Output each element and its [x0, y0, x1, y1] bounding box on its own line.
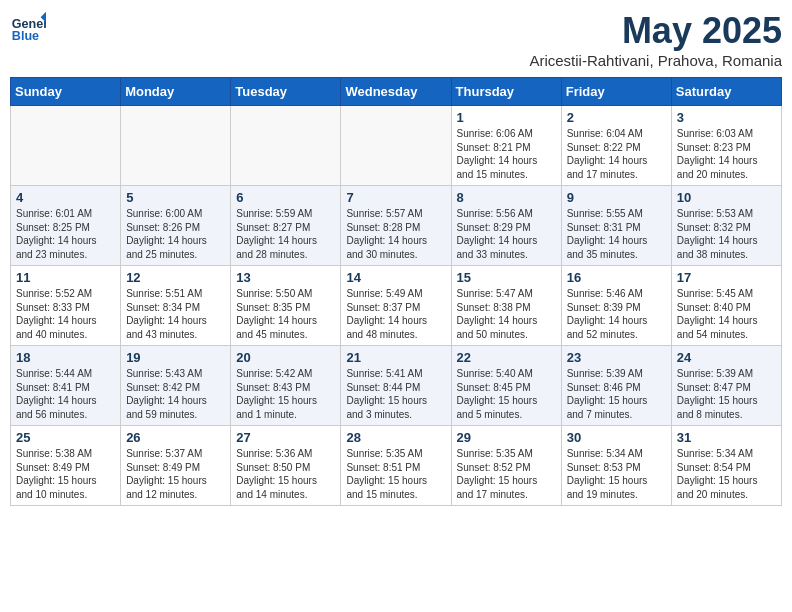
calendar-day-cell: 17Sunrise: 5:45 AMSunset: 8:40 PMDayligh…: [671, 266, 781, 346]
weekday-header: Wednesday: [341, 78, 451, 106]
calendar-day-cell: 3Sunrise: 6:03 AMSunset: 8:23 PMDaylight…: [671, 106, 781, 186]
calendar-day-cell: 23Sunrise: 5:39 AMSunset: 8:46 PMDayligh…: [561, 346, 671, 426]
day-number: 22: [457, 350, 556, 365]
day-info: Sunrise: 5:43 AMSunset: 8:42 PMDaylight:…: [126, 367, 225, 421]
calendar-week-row: 11Sunrise: 5:52 AMSunset: 8:33 PMDayligh…: [11, 266, 782, 346]
day-number: 10: [677, 190, 776, 205]
weekday-header: Saturday: [671, 78, 781, 106]
day-info: Sunrise: 6:06 AMSunset: 8:21 PMDaylight:…: [457, 127, 556, 181]
calendar-day-cell: 9Sunrise: 5:55 AMSunset: 8:31 PMDaylight…: [561, 186, 671, 266]
day-info: Sunrise: 5:52 AMSunset: 8:33 PMDaylight:…: [16, 287, 115, 341]
weekday-header-row: SundayMondayTuesdayWednesdayThursdayFrid…: [11, 78, 782, 106]
day-number: 16: [567, 270, 666, 285]
logo: General Blue: [10, 10, 46, 46]
day-info: Sunrise: 5:35 AMSunset: 8:51 PMDaylight:…: [346, 447, 445, 501]
weekday-header: Thursday: [451, 78, 561, 106]
day-number: 13: [236, 270, 335, 285]
weekday-header: Monday: [121, 78, 231, 106]
calendar-day-cell: 6Sunrise: 5:59 AMSunset: 8:27 PMDaylight…: [231, 186, 341, 266]
calendar-day-cell: 11Sunrise: 5:52 AMSunset: 8:33 PMDayligh…: [11, 266, 121, 346]
day-number: 28: [346, 430, 445, 445]
calendar-day-cell: 20Sunrise: 5:42 AMSunset: 8:43 PMDayligh…: [231, 346, 341, 426]
calendar-day-cell: [121, 106, 231, 186]
day-info: Sunrise: 5:57 AMSunset: 8:28 PMDaylight:…: [346, 207, 445, 261]
day-number: 12: [126, 270, 225, 285]
calendar-day-cell: 30Sunrise: 5:34 AMSunset: 8:53 PMDayligh…: [561, 426, 671, 506]
day-number: 31: [677, 430, 776, 445]
page-title: May 2025: [529, 10, 782, 52]
day-info: Sunrise: 5:59 AMSunset: 8:27 PMDaylight:…: [236, 207, 335, 261]
day-info: Sunrise: 5:56 AMSunset: 8:29 PMDaylight:…: [457, 207, 556, 261]
day-info: Sunrise: 5:45 AMSunset: 8:40 PMDaylight:…: [677, 287, 776, 341]
svg-text:Blue: Blue: [12, 29, 39, 43]
logo-icon: General Blue: [10, 10, 46, 46]
day-number: 17: [677, 270, 776, 285]
calendar-day-cell: 8Sunrise: 5:56 AMSunset: 8:29 PMDaylight…: [451, 186, 561, 266]
calendar-day-cell: 14Sunrise: 5:49 AMSunset: 8:37 PMDayligh…: [341, 266, 451, 346]
calendar-day-cell: 31Sunrise: 5:34 AMSunset: 8:54 PMDayligh…: [671, 426, 781, 506]
day-number: 25: [16, 430, 115, 445]
calendar-day-cell: [231, 106, 341, 186]
day-number: 27: [236, 430, 335, 445]
day-info: Sunrise: 5:37 AMSunset: 8:49 PMDaylight:…: [126, 447, 225, 501]
calendar-day-cell: 26Sunrise: 5:37 AMSunset: 8:49 PMDayligh…: [121, 426, 231, 506]
weekday-header: Friday: [561, 78, 671, 106]
day-number: 3: [677, 110, 776, 125]
day-info: Sunrise: 5:47 AMSunset: 8:38 PMDaylight:…: [457, 287, 556, 341]
weekday-header: Sunday: [11, 78, 121, 106]
day-info: Sunrise: 5:39 AMSunset: 8:46 PMDaylight:…: [567, 367, 666, 421]
day-info: Sunrise: 6:03 AMSunset: 8:23 PMDaylight:…: [677, 127, 776, 181]
day-number: 4: [16, 190, 115, 205]
day-number: 14: [346, 270, 445, 285]
calendar-day-cell: 24Sunrise: 5:39 AMSunset: 8:47 PMDayligh…: [671, 346, 781, 426]
day-info: Sunrise: 5:50 AMSunset: 8:35 PMDaylight:…: [236, 287, 335, 341]
day-number: 8: [457, 190, 556, 205]
page-subtitle: Aricestii-Rahtivani, Prahova, Romania: [529, 52, 782, 69]
calendar-day-cell: 4Sunrise: 6:01 AMSunset: 8:25 PMDaylight…: [11, 186, 121, 266]
day-number: 30: [567, 430, 666, 445]
calendar-day-cell: 12Sunrise: 5:51 AMSunset: 8:34 PMDayligh…: [121, 266, 231, 346]
day-number: 15: [457, 270, 556, 285]
day-info: Sunrise: 5:46 AMSunset: 8:39 PMDaylight:…: [567, 287, 666, 341]
day-number: 26: [126, 430, 225, 445]
day-number: 1: [457, 110, 556, 125]
day-info: Sunrise: 5:41 AMSunset: 8:44 PMDaylight:…: [346, 367, 445, 421]
calendar-day-cell: 1Sunrise: 6:06 AMSunset: 8:21 PMDaylight…: [451, 106, 561, 186]
day-number: 7: [346, 190, 445, 205]
day-info: Sunrise: 5:34 AMSunset: 8:54 PMDaylight:…: [677, 447, 776, 501]
calendar-day-cell: 21Sunrise: 5:41 AMSunset: 8:44 PMDayligh…: [341, 346, 451, 426]
calendar-week-row: 25Sunrise: 5:38 AMSunset: 8:49 PMDayligh…: [11, 426, 782, 506]
calendar-week-row: 18Sunrise: 5:44 AMSunset: 8:41 PMDayligh…: [11, 346, 782, 426]
day-number: 23: [567, 350, 666, 365]
day-number: 24: [677, 350, 776, 365]
calendar-day-cell: 18Sunrise: 5:44 AMSunset: 8:41 PMDayligh…: [11, 346, 121, 426]
day-number: 18: [16, 350, 115, 365]
calendar-day-cell: [341, 106, 451, 186]
day-number: 2: [567, 110, 666, 125]
calendar-day-cell: 13Sunrise: 5:50 AMSunset: 8:35 PMDayligh…: [231, 266, 341, 346]
calendar-day-cell: 7Sunrise: 5:57 AMSunset: 8:28 PMDaylight…: [341, 186, 451, 266]
day-info: Sunrise: 5:40 AMSunset: 8:45 PMDaylight:…: [457, 367, 556, 421]
day-info: Sunrise: 6:00 AMSunset: 8:26 PMDaylight:…: [126, 207, 225, 261]
weekday-header: Tuesday: [231, 78, 341, 106]
calendar-day-cell: 10Sunrise: 5:53 AMSunset: 8:32 PMDayligh…: [671, 186, 781, 266]
calendar-day-cell: [11, 106, 121, 186]
day-info: Sunrise: 5:34 AMSunset: 8:53 PMDaylight:…: [567, 447, 666, 501]
day-number: 11: [16, 270, 115, 285]
day-info: Sunrise: 5:49 AMSunset: 8:37 PMDaylight:…: [346, 287, 445, 341]
calendar-week-row: 1Sunrise: 6:06 AMSunset: 8:21 PMDaylight…: [11, 106, 782, 186]
calendar-day-cell: 2Sunrise: 6:04 AMSunset: 8:22 PMDaylight…: [561, 106, 671, 186]
calendar-table: SundayMondayTuesdayWednesdayThursdayFrid…: [10, 77, 782, 506]
calendar-day-cell: 5Sunrise: 6:00 AMSunset: 8:26 PMDaylight…: [121, 186, 231, 266]
day-number: 29: [457, 430, 556, 445]
day-number: 6: [236, 190, 335, 205]
day-info: Sunrise: 6:04 AMSunset: 8:22 PMDaylight:…: [567, 127, 666, 181]
day-number: 19: [126, 350, 225, 365]
day-info: Sunrise: 5:36 AMSunset: 8:50 PMDaylight:…: [236, 447, 335, 501]
day-info: Sunrise: 5:55 AMSunset: 8:31 PMDaylight:…: [567, 207, 666, 261]
day-info: Sunrise: 5:38 AMSunset: 8:49 PMDaylight:…: [16, 447, 115, 501]
day-info: Sunrise: 5:39 AMSunset: 8:47 PMDaylight:…: [677, 367, 776, 421]
day-info: Sunrise: 5:44 AMSunset: 8:41 PMDaylight:…: [16, 367, 115, 421]
calendar-day-cell: 28Sunrise: 5:35 AMSunset: 8:51 PMDayligh…: [341, 426, 451, 506]
calendar-day-cell: 22Sunrise: 5:40 AMSunset: 8:45 PMDayligh…: [451, 346, 561, 426]
